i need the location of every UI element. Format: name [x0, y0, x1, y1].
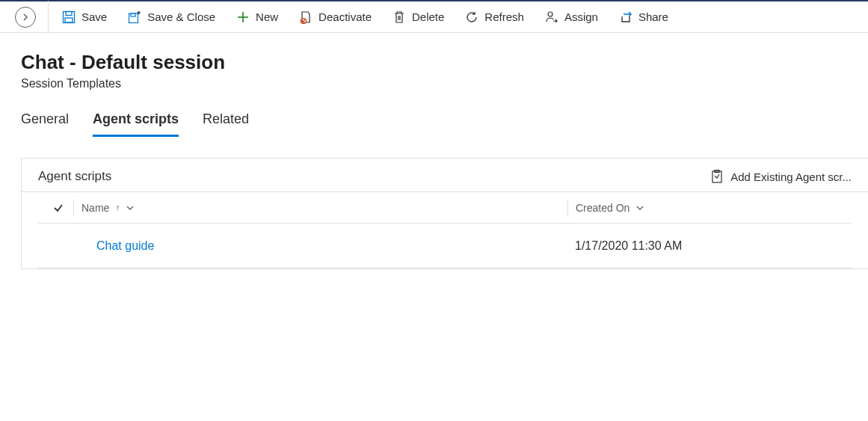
delete-button[interactable]: Delete — [391, 7, 446, 27]
refresh-button[interactable]: Refresh — [464, 7, 526, 27]
check-icon — [53, 203, 64, 213]
chevron-right-icon — [22, 13, 29, 21]
command-bar: Save Save & Close New Deactivate — [0, 0, 868, 33]
refresh-icon — [465, 10, 478, 24]
trash-icon — [393, 10, 406, 24]
divider — [48, 1, 49, 34]
tab-related[interactable]: Related — [203, 111, 249, 137]
expand-button[interactable] — [15, 7, 36, 28]
assign-label: Assign — [564, 10, 598, 23]
deactivate-icon — [299, 10, 313, 24]
cell-name: Chat guide — [74, 239, 567, 253]
tab-general[interactable]: General — [21, 111, 69, 137]
cell-created-on: 1/17/2020 11:30 AM — [567, 239, 852, 253]
new-button[interactable]: New — [235, 7, 280, 27]
plus-icon — [236, 10, 250, 24]
select-all-column[interactable] — [53, 200, 74, 216]
share-icon — [619, 10, 632, 24]
svg-rect-2 — [65, 18, 73, 22]
save-close-label: Save & Close — [147, 10, 215, 23]
deactivate-label: Deactivate — [318, 10, 372, 23]
chevron-down-icon — [126, 205, 135, 211]
column-name-header[interactable]: Name ↑ — [74, 202, 567, 214]
svg-point-6 — [548, 12, 552, 16]
add-existing-label: Add Existing Agent scr... — [730, 170, 852, 183]
svg-rect-1 — [66, 11, 72, 15]
content-panel: Agent scripts Add Existing Agent scr... … — [21, 158, 868, 269]
column-created-on-header[interactable]: Created On — [567, 200, 852, 216]
assign-icon — [545, 10, 558, 24]
svg-rect-4 — [131, 13, 135, 16]
add-existing-button[interactable]: Add Existing Agent scr... — [711, 170, 852, 183]
record-link[interactable]: Chat guide — [96, 239, 154, 252]
tab-agent-scripts[interactable]: Agent scripts — [93, 111, 179, 137]
new-label: New — [256, 10, 278, 23]
page-subtitle: Session Templates — [21, 77, 847, 90]
tabs: General Agent scripts Related — [0, 96, 868, 137]
column-name-label: Name — [81, 202, 109, 214]
sort-asc-icon: ↑ — [115, 203, 120, 213]
column-created-on-label: Created On — [576, 202, 630, 214]
assign-button[interactable]: Assign — [544, 7, 600, 27]
share-button[interactable]: Share — [618, 7, 670, 27]
table-row[interactable]: Chat guide 1/17/2020 11:30 AM — [38, 224, 852, 268]
save-button[interactable]: Save — [61, 7, 108, 27]
section-header: Agent scripts Add Existing Agent scr... — [22, 159, 868, 192]
save-icon — [62, 10, 76, 24]
save-label: Save — [81, 10, 107, 23]
save-close-icon — [128, 10, 141, 24]
refresh-label: Refresh — [484, 10, 524, 23]
svg-rect-3 — [129, 13, 138, 23]
clipboard-icon — [711, 170, 723, 183]
page-header: Chat - Default session Session Templates — [0, 33, 868, 96]
table: Name ↑ Created On Chat guide 1/17/2020 1… — [22, 192, 868, 268]
delete-label: Delete — [412, 10, 444, 23]
chevron-down-icon — [635, 205, 644, 211]
svg-rect-7 — [712, 171, 721, 182]
save-close-button[interactable]: Save & Close — [126, 7, 217, 27]
section-title: Agent scripts — [38, 169, 111, 184]
table-header: Name ↑ Created On — [38, 192, 852, 224]
page-title: Chat - Default session — [21, 51, 847, 74]
deactivate-button[interactable]: Deactivate — [298, 7, 373, 27]
share-label: Share — [638, 10, 668, 23]
